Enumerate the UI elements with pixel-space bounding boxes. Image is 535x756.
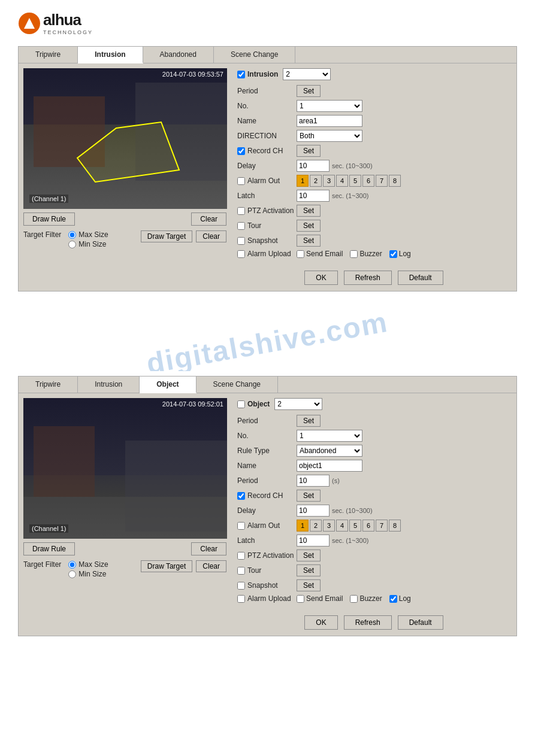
object-checkbox-label-2[interactable]: Object bbox=[237, 400, 270, 408]
alarm-out-label-1[interactable]: Alarm Out bbox=[237, 177, 294, 185]
tab-tripwire-1[interactable]: Tripwire bbox=[19, 47, 78, 63]
snapshot-checkbox-1[interactable] bbox=[237, 237, 245, 245]
alarm-btn-2-3[interactable]: 3 bbox=[323, 520, 335, 532]
buzzer-checkbox-2[interactable] bbox=[350, 595, 358, 603]
log-label-1[interactable]: Log bbox=[389, 250, 411, 258]
alarm-btn-1-8[interactable]: 8 bbox=[389, 175, 401, 187]
refresh-btn-1[interactable]: Refresh bbox=[344, 271, 392, 285]
alarm-btn-1-2[interactable]: 2 bbox=[310, 175, 322, 187]
clear-target-btn-2[interactable]: Clear bbox=[196, 560, 226, 572]
min-size-radio-input-2[interactable] bbox=[68, 570, 76, 578]
log-label-2[interactable]: Log bbox=[389, 594, 411, 603]
ptz-checkbox-1[interactable] bbox=[237, 207, 245, 215]
record-ch-checkbox-1[interactable] bbox=[237, 147, 245, 155]
clear-btn-2[interactable]: Clear bbox=[191, 542, 226, 555]
alarm-btn-2-7[interactable]: 7 bbox=[376, 520, 388, 532]
draw-rule-btn-2[interactable]: Draw Rule bbox=[23, 542, 75, 555]
period-set-btn-1[interactable]: Set bbox=[297, 85, 321, 97]
tour-label-2[interactable]: Tour bbox=[237, 566, 294, 575]
tour-checkbox-1[interactable] bbox=[237, 222, 245, 230]
buzzer-label-1[interactable]: Buzzer bbox=[350, 250, 382, 258]
tour-set-btn-2[interactable]: Set bbox=[297, 564, 321, 576]
record-ch-label-2[interactable]: Record CH bbox=[237, 491, 294, 500]
default-btn-2[interactable]: Default bbox=[398, 615, 443, 630]
alarm-upload-checkbox-2[interactable] bbox=[237, 595, 245, 603]
snapshot-checkbox-2[interactable] bbox=[237, 582, 245, 590]
clear-btn-1[interactable]: Clear bbox=[191, 212, 226, 226]
max-size-radio-input-1[interactable] bbox=[68, 231, 76, 239]
max-size-radio-2[interactable]: Max Size bbox=[68, 560, 108, 569]
alarm-btn-1-5[interactable]: 5 bbox=[349, 175, 361, 187]
tour-checkbox-2[interactable] bbox=[237, 567, 245, 575]
draw-rule-btn-1[interactable]: Draw Rule bbox=[23, 212, 75, 226]
alarm-btn-2-6[interactable]: 6 bbox=[362, 520, 374, 532]
ptz-checkbox-2[interactable] bbox=[237, 552, 245, 560]
draw-target-btn-2[interactable]: Draw Target bbox=[141, 560, 192, 572]
max-size-radio-input-2[interactable] bbox=[68, 561, 76, 569]
max-size-radio-1[interactable]: Max Size bbox=[68, 230, 108, 239]
period-field-input-2[interactable] bbox=[297, 475, 330, 487]
clear-target-btn-1[interactable]: Clear bbox=[196, 230, 226, 242]
min-size-radio-input-1[interactable] bbox=[68, 241, 76, 248]
alarm-btn-1-7[interactable]: 7 bbox=[376, 175, 388, 187]
alarm-btn-2-5[interactable]: 5 bbox=[349, 520, 361, 532]
alarm-btn-2-8[interactable]: 8 bbox=[389, 520, 401, 532]
snapshot-label-1[interactable]: Snapshot bbox=[237, 236, 294, 245]
latch-input-1[interactable] bbox=[297, 190, 330, 202]
min-size-radio-2[interactable]: Min Size bbox=[68, 570, 108, 578]
snapshot-set-btn-1[interactable]: Set bbox=[297, 235, 321, 247]
rule-type-dropdown-2[interactable]: Abandoned bbox=[297, 445, 362, 457]
alarm-btn-1-1[interactable]: 1 bbox=[297, 175, 309, 187]
intrusion-checkbox-1[interactable] bbox=[237, 71, 245, 78]
object-checkbox-2[interactable] bbox=[237, 400, 245, 408]
alarm-btn-2-4[interactable]: 4 bbox=[336, 520, 348, 532]
alarm-btn-2-2[interactable]: 2 bbox=[310, 520, 322, 532]
channel-dropdown-1[interactable]: 2 bbox=[283, 68, 331, 80]
record-ch-checkbox-2[interactable] bbox=[237, 492, 245, 500]
alarm-btn-1-4[interactable]: 4 bbox=[336, 175, 348, 187]
ptz-label-2[interactable]: PTZ Activation bbox=[237, 551, 294, 560]
direction-dropdown-1[interactable]: Both bbox=[297, 130, 362, 142]
min-size-radio-1[interactable]: Min Size bbox=[68, 240, 108, 248]
default-btn-1[interactable]: Default bbox=[398, 271, 443, 285]
tab-intrusion-2[interactable]: Intrusion bbox=[78, 377, 140, 393]
intrusion-checkbox-label-1[interactable]: Intrusion bbox=[237, 70, 278, 78]
log-checkbox-1[interactable] bbox=[389, 250, 397, 258]
ok-btn-1[interactable]: OK bbox=[304, 271, 337, 285]
buzzer-checkbox-1[interactable] bbox=[350, 250, 358, 258]
no-dropdown-1[interactable]: 1 bbox=[297, 100, 362, 112]
log-checkbox-2[interactable] bbox=[389, 595, 397, 603]
draw-target-btn-1[interactable]: Draw Target bbox=[141, 230, 192, 242]
alarm-upload-checkbox-1[interactable] bbox=[237, 250, 245, 258]
alarm-btn-2-1[interactable]: 1 bbox=[297, 520, 309, 532]
alarm-out-checkbox-2[interactable] bbox=[237, 522, 245, 530]
ptz-label-1[interactable]: PTZ Activation bbox=[237, 207, 294, 215]
no-dropdown-2[interactable]: 1 bbox=[297, 430, 362, 442]
alarm-btn-1-3[interactable]: 3 bbox=[323, 175, 335, 187]
ptz-set-btn-2[interactable]: Set bbox=[297, 549, 321, 561]
alarm-upload-label-2[interactable]: Alarm Upload bbox=[237, 594, 294, 603]
delay-input-2[interactable] bbox=[297, 505, 330, 517]
tour-label-1[interactable]: Tour bbox=[237, 221, 294, 230]
send-email-checkbox-2[interactable] bbox=[297, 595, 304, 603]
alarm-out-label-2[interactable]: Alarm Out bbox=[237, 521, 294, 530]
channel-dropdown-2[interactable]: 2 bbox=[274, 398, 322, 410]
name-input-2[interactable] bbox=[297, 460, 362, 472]
alarm-out-checkbox-1[interactable] bbox=[237, 177, 245, 185]
delay-input-1[interactable] bbox=[297, 160, 330, 172]
ok-btn-2[interactable]: OK bbox=[304, 615, 337, 630]
send-email-label-1[interactable]: Send Email bbox=[297, 250, 343, 258]
record-ch-set-btn-1[interactable]: Set bbox=[297, 145, 321, 157]
alarm-upload-label-1[interactable]: Alarm Upload bbox=[237, 250, 294, 258]
buzzer-label-2[interactable]: Buzzer bbox=[350, 594, 382, 603]
tab-scene-change-2[interactable]: Scene Change bbox=[197, 377, 278, 393]
send-email-label-2[interactable]: Send Email bbox=[297, 594, 343, 603]
snapshot-set-btn-2[interactable]: Set bbox=[297, 579, 321, 591]
tour-set-btn-1[interactable]: Set bbox=[297, 220, 321, 232]
name-input-1[interactable] bbox=[297, 115, 362, 127]
send-email-checkbox-1[interactable] bbox=[297, 250, 304, 258]
alarm-btn-1-6[interactable]: 6 bbox=[362, 175, 374, 187]
period-set-btn-2[interactable]: Set bbox=[297, 415, 321, 427]
record-ch-set-btn-2[interactable]: Set bbox=[297, 490, 321, 502]
refresh-btn-2[interactable]: Refresh bbox=[344, 615, 392, 630]
